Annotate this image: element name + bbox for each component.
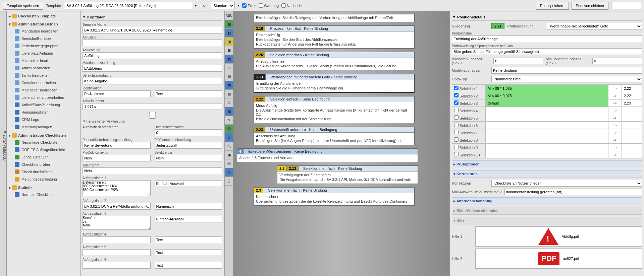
tool-icon[interactable]: ⬒ <box>225 81 233 90</box>
selection-row[interactable]: Selektion 9-> <box>452 144 642 151</box>
sel-target[interactable] <box>622 144 642 151</box>
sel-value[interactable] <box>486 107 608 114</box>
sel-target[interactable]: 2.22 <box>622 92 642 99</box>
sel-target[interactable] <box>622 107 642 114</box>
flow-node[interactable]: 2.19Prozess - kein Exit - Keine Bindung … <box>254 25 415 49</box>
sel-value[interactable] <box>486 129 608 136</box>
selection-row[interactable]: Selektion 4-> <box>452 107 642 114</box>
pausen-input[interactable] <box>83 142 151 149</box>
save-position-button[interactable]: Pos. speichern <box>536 2 569 10</box>
pruef-input[interactable] <box>155 142 223 149</box>
sel-value[interactable] <box>486 136 608 144</box>
auf1-input[interactable]: Lieferschein eig 830 Container mit LKW 8… <box>83 180 151 196</box>
sel-target[interactable] <box>622 129 642 136</box>
sel-checkbox[interactable] <box>454 152 459 156</box>
tool-icon[interactable]: ▤ <box>225 72 233 81</box>
selection-row[interactable]: Selektion 2M < 06 * 0,975->2.22 <box>452 92 642 99</box>
dropdown-icon[interactable]: ▾ <box>195 3 197 8</box>
nav-item[interactable]: Verkehrswegegruppen <box>8 42 79 50</box>
sel-checkbox[interactable] <box>454 115 459 120</box>
korr-select[interactable]: Checkliste an Nutzer pflegen <box>491 180 642 187</box>
auf5-type[interactable] <box>155 249 223 256</box>
auf3-type[interactable] <box>155 216 223 222</box>
prodok-input[interactable] <box>83 155 151 161</box>
tool-icon[interactable]: ✎ <box>225 116 233 125</box>
nav-group-admin-betrieb[interactable]: ▾Administration Betrieb <box>8 21 79 27</box>
selection-row[interactable]: Selektion 6-> <box>452 122 642 129</box>
tool-icon[interactable]: ☰ <box>225 46 233 55</box>
sel-checkbox[interactable] <box>454 130 459 134</box>
section-bilder[interactable]: ▸ Bilder/Videos einbinden <box>452 207 642 215</box>
section-pruefoptionen[interactable]: ▸ Prüfoptionen <box>452 160 642 168</box>
tool-icon[interactable]: ◍ <box>225 133 233 142</box>
warning-checkbox[interactable] <box>259 3 263 8</box>
template-name-input[interactable] <box>83 27 222 33</box>
mod-input[interactable] <box>491 67 642 74</box>
props-header[interactable]: ▾Kopfdaten <box>83 13 222 21</box>
flow-node[interactable]: Bitte bestätigen Sie die Reinigung und V… <box>254 14 415 22</box>
auf1-type[interactable] <box>155 180 223 187</box>
nav-item[interactable]: COPIES Auftragsübersicht <box>8 146 79 153</box>
tool-icon[interactable]: ◎ <box>225 168 233 177</box>
auf2-type[interactable] <box>155 203 223 210</box>
note-checkbox[interactable] <box>281 3 286 8</box>
sel-input[interactable] <box>155 155 223 161</box>
selection-row[interactable]: Selektion 1M > 06 * 1,085->2.22 <box>452 85 642 92</box>
flow-node[interactable]: 2.23Unterschrift anfordern - Keine Bedin… <box>254 127 415 145</box>
sel-value[interactable] <box>486 114 608 122</box>
nav-item[interactable]: Meldungsbearbeitung <box>8 176 79 183</box>
abfuellung-input[interactable] <box>83 40 222 46</box>
minb-input[interactable] <box>592 58 642 64</box>
section-hilfe[interactable]: ▾ Hilfe <box>452 217 642 224</box>
nav-item[interactable]: Lieferplatz/Anlagen <box>8 50 79 57</box>
auf4-type[interactable] <box>155 236 223 243</box>
selection-row[interactable]: Selektion 3default->2.23 <box>452 99 642 107</box>
sel-target[interactable] <box>622 122 642 129</box>
sel-value[interactable]: M < 06 * 0,975 <box>486 92 608 99</box>
dropdown-icon[interactable]: ▾ <box>237 3 239 8</box>
pruefan-input[interactable] <box>452 48 642 55</box>
auf3-input[interactable]: Seenähe Ja Nein <box>83 216 151 230</box>
tool-icon[interactable]: Ⓢ <box>225 159 233 168</box>
section-abbruch[interactable]: ▸ Abbruchbehandlung <box>452 197 642 205</box>
tool-abc[interactable]: ABC <box>225 11 233 20</box>
nav-item[interactable]: Artikel bearbeiten <box>8 64 79 72</box>
pruefb-select[interactable]: Werteingabe mit berechnetem Goto <box>547 23 642 29</box>
flow-node[interactable]: 2.22.13Selektion mehrfach - Keine Bindun… <box>277 165 418 184</box>
sel-value[interactable] <box>486 122 608 129</box>
error-checkbox[interactable] <box>242 3 247 8</box>
nav-item[interactable]: Neuanlage Checkliste <box>8 139 79 146</box>
tool-icon[interactable]: ◩ <box>225 55 233 64</box>
nav-item[interactable]: Mitarbeiter bearb. <box>8 57 79 64</box>
sel-value[interactable] <box>486 144 608 151</box>
tool-icon[interactable]: Ⓐ <box>225 125 233 133</box>
hilfe2-box[interactable]: PDFac827.pdf <box>475 249 642 269</box>
nav-item[interactable]: Container bearbeiten <box>8 79 79 86</box>
nav-item[interactable]: Lieferscheinart bearbeiten <box>8 94 79 101</box>
tool-icon[interactable]: ⊡ <box>225 98 233 107</box>
nav-group-statistik[interactable]: ▾Statistik <box>8 184 79 191</box>
tool-person-icon[interactable]: 🚶 <box>225 177 233 186</box>
mandant-input[interactable] <box>83 65 222 72</box>
unterschrift-input[interactable] <box>155 129 223 136</box>
sel-target[interactable] <box>622 114 642 122</box>
sel-value[interactable] <box>486 151 608 158</box>
sel-value[interactable]: default <box>486 99 608 107</box>
wdh-input[interactable] <box>493 58 543 64</box>
selection-row[interactable]: Selektion 8-> <box>452 136 642 144</box>
nav-item[interactable]: Tanks bearbeiten <box>8 72 79 79</box>
tool-icon[interactable]: ▥ <box>225 90 233 98</box>
tool-icon[interactable]: ◨ <box>225 38 233 46</box>
level-select[interactable]: Standard <box>211 2 235 9</box>
ident-right-input[interactable] <box>155 90 223 97</box>
sidebar-handle[interactable]: ◀ ZU SAMMELOBJ <box>0 11 7 276</box>
sel-checkbox[interactable] <box>454 108 459 112</box>
tool-icon[interactable]: ▣ <box>225 151 233 159</box>
section-korrekturen[interactable]: ▾ Korrekturen <box>452 170 642 178</box>
priv-checkbox[interactable] <box>83 112 222 119</box>
sel-target[interactable]: 2.22 <box>622 85 642 92</box>
selection-row[interactable]: Selektion 7-> <box>452 129 642 136</box>
flow-node[interactable]: 2.3Selektion mehrfach - Keine Bindung Ke… <box>254 187 415 206</box>
nav-group-templates[interactable]: ▸Checklisten Template <box>8 13 79 19</box>
sel-value[interactable]: M > 06 * 1,085 <box>486 85 608 92</box>
